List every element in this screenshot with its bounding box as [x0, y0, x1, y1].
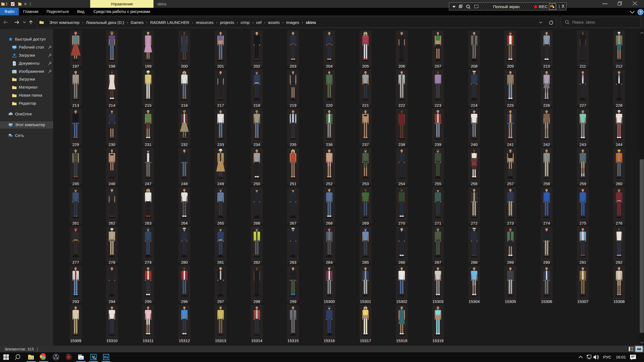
svg-text:?: ? — [639, 10, 642, 14]
svg-text:V: V — [92, 355, 95, 359]
svg-text:Ps: Ps — [104, 356, 108, 359]
